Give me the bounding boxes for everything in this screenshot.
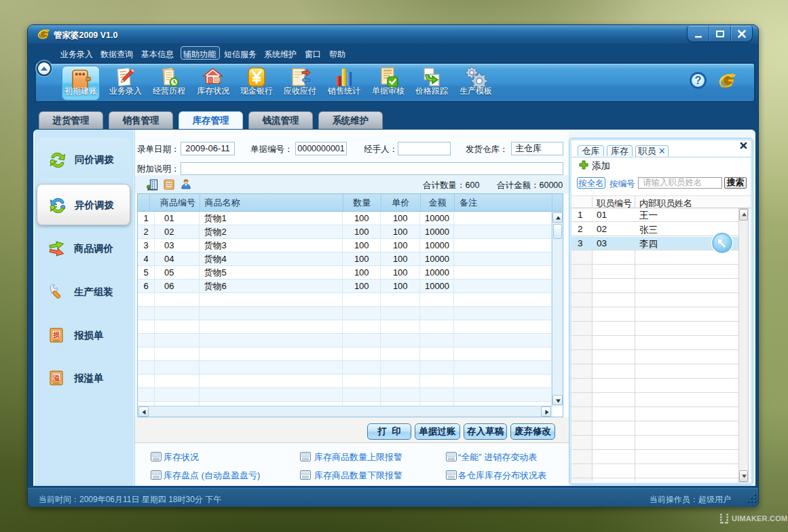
svg-text:溢: 溢 (52, 374, 60, 381)
svg-text:损: 损 (52, 331, 60, 339)
